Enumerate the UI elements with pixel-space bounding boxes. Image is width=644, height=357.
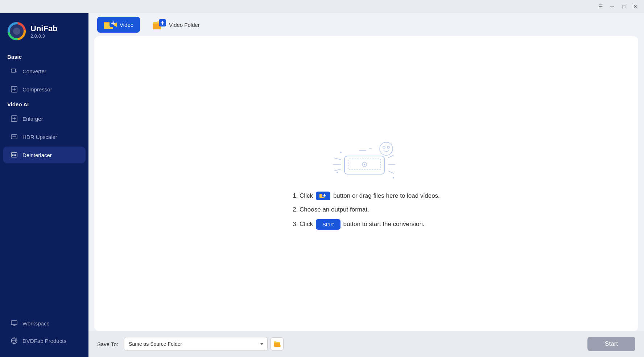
add-video-button[interactable]: Video (97, 17, 140, 33)
sidebar-item-hdr-upscaler[interactable]: HDR Upscaler (3, 128, 86, 145)
logo-text: UniFab 2.0.0.3 (30, 24, 58, 39)
svg-rect-8 (11, 321, 17, 325)
step3-text: 3. Click (293, 221, 313, 228)
svg-point-1 (13, 28, 20, 35)
instruction-3: 3. Click Start button to start the conve… (293, 219, 440, 230)
svg-rect-2 (11, 69, 16, 72)
step1-after-text: button or drag files here to load videos… (333, 192, 440, 200)
browse-folder-button[interactable] (271, 337, 284, 350)
close-button[interactable]: ✕ (629, 1, 641, 12)
add-folder-icon (152, 19, 166, 30)
hdr-icon (10, 133, 18, 141)
save-to-wrap: Same as Source Folder (124, 337, 284, 351)
sidebar-item-workspace[interactable]: Workspace (3, 315, 86, 332)
dvdfab-label: DVDFab Products (22, 338, 66, 344)
converter-label: Converter (22, 68, 46, 74)
svg-point-23 (340, 152, 342, 153)
svg-point-22 (387, 146, 389, 148)
main-content: Video Video Folder (88, 13, 644, 357)
sidebar-bottom: Workspace DVDFab Products (0, 314, 88, 357)
sidebar-item-enlarger[interactable]: Enlarger (3, 110, 86, 127)
svg-marker-3 (16, 70, 17, 72)
logo-area: UniFab 2.0.0.3 (0, 13, 88, 51)
titlebar: ☰ ─ □ ✕ (0, 0, 644, 13)
folder-open-icon (273, 341, 281, 347)
compressor-label: Compressor (22, 86, 52, 93)
video-btn-label: Video (120, 22, 133, 28)
save-to-select[interactable]: Same as Source Folder (124, 337, 268, 351)
section-videoai-label: Video AI (0, 98, 88, 110)
drop-zone: 1. Click button or drag files here to lo… (94, 36, 638, 331)
step2-text: 2. Choose an output format. (293, 206, 369, 213)
step3-after-text: button to start the conversion. (343, 221, 425, 228)
drop-illustration (330, 138, 402, 181)
toolbar: Video Video Folder (88, 13, 644, 36)
sidebar-item-compressor[interactable]: Compressor (3, 81, 86, 98)
deinterlacer-icon (10, 151, 18, 159)
app-container: UniFab 2.0.0.3 Basic Converter Co (0, 13, 644, 357)
add-video-icon (104, 20, 117, 30)
compressor-icon (10, 85, 18, 93)
start-button-main[interactable]: Start (587, 337, 635, 351)
instruction-1: 1. Click button or drag files here to lo… (293, 192, 440, 200)
save-to-label: Save To: (97, 341, 118, 347)
sidebar-item-deinterlacer[interactable]: Deinterlacer (3, 147, 86, 163)
svg-point-19 (364, 164, 365, 165)
deinterlacer-label: Deinterlacer (22, 152, 52, 158)
hdr-label: HDR Upscaler (22, 134, 57, 140)
svg-point-20 (380, 142, 393, 155)
instructions: 1. Click button or drag files here to lo… (293, 192, 440, 230)
app-logo-icon (7, 22, 26, 41)
inline-start-button[interactable]: Start (316, 219, 340, 230)
maximize-button[interactable]: □ (618, 1, 629, 12)
svg-point-25 (337, 172, 338, 173)
workspace-label: Workspace (22, 320, 50, 327)
sidebar-item-converter[interactable]: Converter (3, 63, 86, 79)
minimize-button[interactable]: ─ (606, 1, 618, 12)
inline-add-icon (319, 193, 327, 199)
converter-icon (10, 67, 18, 75)
add-video-folder-button[interactable]: Video Folder (146, 16, 206, 33)
folder-btn-label: Video Folder (169, 22, 200, 28)
sidebar-item-dvdfab[interactable]: DVDFab Products (3, 332, 86, 349)
dvdfab-icon (10, 337, 18, 345)
app-name: UniFab (30, 24, 58, 33)
instruction-2: 2. Choose an output format. (293, 206, 440, 213)
svg-rect-7 (11, 153, 17, 157)
sidebar: UniFab 2.0.0.3 Basic Converter Co (0, 13, 88, 357)
menu-button[interactable]: ☰ (595, 1, 606, 12)
workspace-icon (10, 319, 18, 327)
svg-point-24 (391, 152, 392, 153)
svg-point-26 (393, 177, 394, 178)
bottom-bar: Save To: Same as Source Folder Start (88, 331, 644, 357)
enlarger-label: Enlarger (22, 116, 43, 122)
inline-add-button[interactable] (316, 192, 330, 200)
section-basic-label: Basic (0, 51, 88, 62)
svg-point-21 (383, 146, 385, 148)
enlarger-icon (10, 115, 18, 123)
app-version: 2.0.0.3 (30, 33, 58, 39)
step1-text: 1. Click (293, 192, 313, 200)
